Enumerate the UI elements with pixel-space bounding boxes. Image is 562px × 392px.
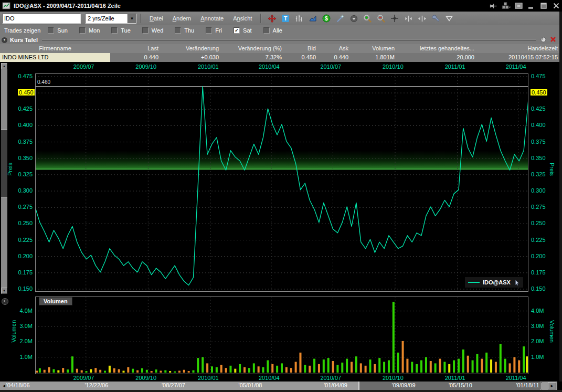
checkbox-box[interactable] [263,27,270,34]
date-tick-label-top: 2009/10 [135,63,156,70]
date-tick-label-bottom: 2010/10 [383,375,404,381]
vertical-scrollbar[interactable]: ▲ ▼ [1,63,7,294]
checkbox-label: Tue [121,27,131,34]
collapse-toggle-icon[interactable]: ▼ [2,37,7,43]
checkbox-sat[interactable]: ✓Sat [234,27,252,34]
date-tick-label-top: 2011/01 [445,63,465,70]
scrollbar-date-label: '01/18/11 [516,382,539,388]
checkbox-label: Sun [57,27,68,34]
menu-ansicht[interactable]: Ansicht [233,15,252,22]
text-icon[interactable]: T [280,13,291,24]
checkbox-fri[interactable]: Fri [206,27,222,34]
crosshair-icon[interactable] [389,13,400,24]
checkbox-box[interactable] [142,27,149,34]
alert-line-label: 0.460 [37,79,50,85]
window-controls [489,0,561,12]
checkbox-wed[interactable]: Wed [142,27,163,34]
price-tick-label: 0.375 [15,139,33,145]
column-header[interactable]: Bid [286,44,320,53]
price-tick-label: 0.425 [15,105,33,112]
horizontal-scrollbar[interactable]: ◄ ► '04/18/06'12/22/06'08/27/07'05/01/08… [0,382,557,390]
zoom-out-icon[interactable] [376,13,386,24]
scrollbar-date-label: '08/27/07 [162,382,185,388]
price-tick-label: 0.300 [531,187,546,194]
checkbox-alle[interactable]: Alle [263,27,282,34]
scroll-right-icon[interactable]: ► [548,382,556,389]
price-tick-label: 0.400 [531,122,546,128]
hand-icon[interactable] [540,36,547,44]
checkbox-tue[interactable]: Tue [111,27,131,34]
move-icon[interactable] [267,13,277,24]
area-icon[interactable] [307,13,318,24]
column-header[interactable]: Veränderung [163,44,223,53]
date-tick-label-bottom: 2011/01 [445,375,465,381]
column-header[interactable]: Ask [320,44,353,53]
dropdown-icon[interactable] [348,13,359,24]
date-tick-label-top: 2010/04 [259,63,280,70]
current-price-marker-right: 0.450 [531,89,547,96]
filter-icon[interactable] [444,13,454,24]
date-tick-label-bottom: 2010/07 [320,375,341,381]
column-header[interactable]: Firmenname [0,44,110,53]
checkbox-label: Sat [243,27,252,34]
volume-tick-label: 4.0M [531,308,544,314]
wrench-icon[interactable] [430,13,441,24]
range-select-value: 2 yrs/Zeile [88,15,114,22]
column-header[interactable]: Handelszeit [479,44,562,53]
expand-horizontal-icon[interactable] [403,13,413,24]
collapse-horizontal-icon[interactable] [417,13,427,24]
menu-datei[interactable]: Datei [150,15,163,22]
zoom-in-icon[interactable] [362,13,373,24]
column-header[interactable]: Veränderung (%) [223,44,286,53]
date-tick-label-top: 2009/07 [73,63,94,70]
symbol-input[interactable] [2,14,81,24]
pin-icon[interactable] [489,2,498,10]
panel-icon[interactable] [514,2,523,10]
chart-legend[interactable]: IDO@ASX [465,277,523,288]
volume-chart[interactable] [35,296,528,374]
checkbox-label: Wed [152,27,163,34]
scroll-down-icon[interactable]: ▼ [1,288,7,294]
range-select[interactable]: 2 yrs/Zeile ▼ [85,14,136,24]
price-chart[interactable] [35,73,528,292]
volume-tick-label: 1.0M [15,354,33,360]
checkbox-box[interactable] [206,27,212,34]
scroll-up-icon[interactable]: ▲ [1,63,7,69]
checkbox-box[interactable] [111,27,118,34]
checkbox-mon[interactable]: Mon [79,27,100,34]
quote-value-cell: 0.440 [110,53,163,62]
dollar-icon[interactable]: $ [321,13,332,24]
column-header[interactable]: Last [110,44,163,53]
quote-value-cell: 7.32% [223,53,286,62]
checkbox-box[interactable] [79,27,86,34]
pan-tool-icon[interactable] [2,298,8,305]
close-icon[interactable] [552,2,561,10]
checkbox-box[interactable] [48,27,54,34]
quote-value-cell: +0.030 [163,53,223,62]
quote-table: FirmennameLastVeränderungVeränderung (%)… [0,44,562,63]
price-tick-label: 0.250 [531,220,546,226]
chevron-down-icon[interactable]: ▼ [128,14,136,23]
scrollbar-grip[interactable] [540,382,542,389]
windows-icon[interactable] [501,2,511,10]
volume-tick-label: 1.0M [531,354,544,360]
checkbox-box[interactable]: ✓ [234,27,240,34]
checkbox-sun[interactable]: Sun [48,27,68,34]
app-icon [2,2,10,10]
menu-ndern[interactable]: Ändern [173,15,191,22]
minimize-icon[interactable] [526,2,536,10]
column-header[interactable]: letztes gehandeltes... [399,44,479,53]
scrollbar-date-label: '04/18/06 [6,382,30,388]
day-checkboxes: SunMonTueWedThuFri✓SatAlle [48,27,294,34]
checkbox-thu[interactable]: Thu [175,27,194,34]
maximize-icon[interactable] [539,2,548,10]
menu-annotate[interactable]: Annotate [200,15,224,22]
checkbox-label: Alle [273,27,282,34]
checkbox-box[interactable] [175,27,181,34]
wand-icon[interactable] [335,13,345,24]
close-panel-icon[interactable] [550,36,556,44]
toolbar-separator [260,14,261,23]
bars-icon[interactable] [294,13,304,24]
main-toolbar: 2 yrs/Zeile ▼ DateiÄndernAnnotateAnsicht… [0,12,559,25]
column-header[interactable]: Volumen [353,44,399,53]
